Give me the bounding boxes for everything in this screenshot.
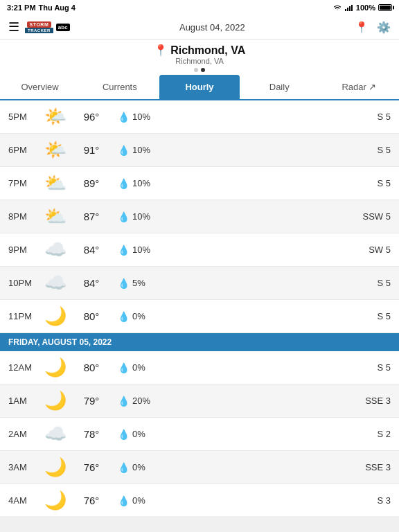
row-wind: S 3 <box>356 495 391 506</box>
weather-row: 2AM ☁️ 78° 💧 0% S 2 <box>0 418 399 451</box>
precip-value: 0% <box>132 462 145 472</box>
svg-rect-1 <box>347 8 348 11</box>
precip-drop-icon: 💧 <box>118 462 130 473</box>
location-dots <box>0 68 399 72</box>
logo-tracker: TRACKER <box>25 28 53 33</box>
svg-rect-2 <box>349 6 351 11</box>
weather-row: 4AM 🌙 76° 💧 0% S 3 <box>0 484 399 516</box>
row-precip: 💧 0% <box>112 462 356 473</box>
location-pin-icon[interactable]: 📍 <box>355 21 369 34</box>
row-wind: SSW 5 <box>356 211 391 222</box>
menu-button[interactable]: ☰ <box>8 19 19 35</box>
precip-value: 0% <box>132 311 145 321</box>
row-temp: 96° <box>71 111 112 123</box>
tab-daily[interactable]: Daily <box>240 75 319 99</box>
dot-2[interactable] <box>201 68 205 72</box>
precip-drop-icon: 💧 <box>118 495 130 506</box>
row-precip: 💧 10% <box>112 145 356 156</box>
precip-value: 10% <box>132 112 150 122</box>
status-bar-right: 100% <box>332 3 392 12</box>
precip-value: 10% <box>132 178 150 188</box>
row-temp: 87° <box>71 211 112 222</box>
header-icons: 📍 ⚙️ <box>355 21 391 34</box>
day-header-friday: FRIDAY, AUGUST 05, 2022 <box>0 333 399 351</box>
row-time: 8PM <box>8 211 40 222</box>
row-wind: S 5 <box>356 112 391 122</box>
location-name: 📍 Richmond, VA <box>0 44 399 57</box>
row-time: 5PM <box>8 112 40 122</box>
row-precip: 💧 0% <box>112 311 356 322</box>
row-icon: ☁️ <box>40 423 71 445</box>
precip-value: 10% <box>132 211 150 222</box>
row-icon: ⛅ <box>40 206 71 227</box>
row-icon: ⛅ <box>40 172 71 194</box>
row-temp: 79° <box>71 395 112 407</box>
precip-value: 20% <box>132 396 150 406</box>
precip-value: 0% <box>132 495 145 506</box>
dot-1[interactable] <box>194 68 198 72</box>
precip-drop-icon: 💧 <box>118 396 130 407</box>
row-precip: 💧 10% <box>112 178 356 189</box>
tab-radar[interactable]: Radar ↗ <box>319 75 399 99</box>
weather-row: 6PM 🌤️ 91° 💧 10% S 5 <box>0 134 399 167</box>
row-precip: 💧 0% <box>112 429 356 440</box>
battery-percent: 100% <box>356 3 375 12</box>
weather-row: 10PM ☁️ 84° 💧 5% S 5 <box>0 267 399 300</box>
precip-value: 10% <box>132 245 150 255</box>
row-temp: 89° <box>71 177 112 189</box>
row-temp: 76° <box>71 461 112 473</box>
weather-row: 1AM 🌙 79° 💧 20% SSE 3 <box>0 384 399 418</box>
weather-row: 7PM ⛅ 89° 💧 10% S 5 <box>0 167 399 200</box>
row-wind: S 5 <box>356 278 391 288</box>
status-bar: 3:21 PM Thu Aug 4 100% <box>0 0 399 15</box>
precip-drop-icon: 💧 <box>118 178 130 189</box>
precip-drop-icon: 💧 <box>118 311 130 322</box>
row-icon: ☁️ <box>40 272 71 294</box>
row-wind: S 5 <box>356 178 391 188</box>
row-icon: 🌤️ <box>40 106 71 127</box>
row-time: 2AM <box>8 429 40 439</box>
battery-icon <box>378 4 392 11</box>
row-temp: 78° <box>71 428 112 440</box>
row-wind: S 2 <box>356 429 391 439</box>
tab-overview[interactable]: Overview <box>0 75 80 99</box>
row-precip: 💧 10% <box>112 245 356 256</box>
row-wind: SW 5 <box>356 245 391 255</box>
row-wind: S 5 <box>356 362 391 373</box>
tab-currents[interactable]: Currents <box>80 75 159 99</box>
row-wind: S 5 <box>356 311 391 321</box>
tab-hourly[interactable]: Hourly <box>159 75 239 99</box>
weather-row: 11PM 🌙 80° 💧 0% S 5 <box>0 300 399 333</box>
settings-icon[interactable]: ⚙️ <box>377 21 391 34</box>
tabs-bar: Overview Currents Hourly Daily Radar ↗ <box>0 75 399 100</box>
precip-drop-icon: 💧 <box>118 429 130 440</box>
row-time: 11PM <box>8 311 40 321</box>
precip-value: 10% <box>132 145 150 155</box>
row-time: 12AM <box>8 362 40 373</box>
header: ☰ STORM TRACKER abc August 04, 2022 📍 ⚙️ <box>0 15 399 39</box>
row-icon: 🌙 <box>40 390 71 411</box>
row-precip: 💧 5% <box>112 278 356 289</box>
logo-abc: abc <box>56 24 70 31</box>
precip-drop-icon: 💧 <box>118 145 130 156</box>
svg-rect-0 <box>345 9 346 11</box>
row-precip: 💧 10% <box>112 112 356 123</box>
location-pin: 📍 <box>154 44 168 56</box>
precip-drop-icon: 💧 <box>118 112 130 123</box>
row-wind: S 5 <box>356 145 391 155</box>
precip-drop-icon: 💧 <box>118 245 130 256</box>
logo-storm: STORM <box>27 21 52 28</box>
weather-row: 3AM 🌙 76° 💧 0% SSE 3 <box>0 451 399 484</box>
weather-row: 8PM ⛅ 87° 💧 10% SSW 5 <box>0 200 399 233</box>
row-temp: 80° <box>71 362 112 373</box>
row-temp: 84° <box>71 277 112 289</box>
weather-list: 5PM 🌤️ 96° 💧 10% S 5 6PM 🌤️ 91° 💧 10% S … <box>0 100 399 516</box>
row-temp: 91° <box>71 144 112 156</box>
header-date: August 04, 2022 <box>70 22 355 33</box>
weather-row: 5PM 🌤️ 96° 💧 10% S 5 <box>0 100 399 134</box>
row-time: 10PM <box>8 278 40 288</box>
row-precip: 💧 20% <box>112 396 356 407</box>
row-temp: 76° <box>71 495 112 506</box>
precip-value: 0% <box>132 429 145 439</box>
wifi-icon <box>332 4 342 11</box>
